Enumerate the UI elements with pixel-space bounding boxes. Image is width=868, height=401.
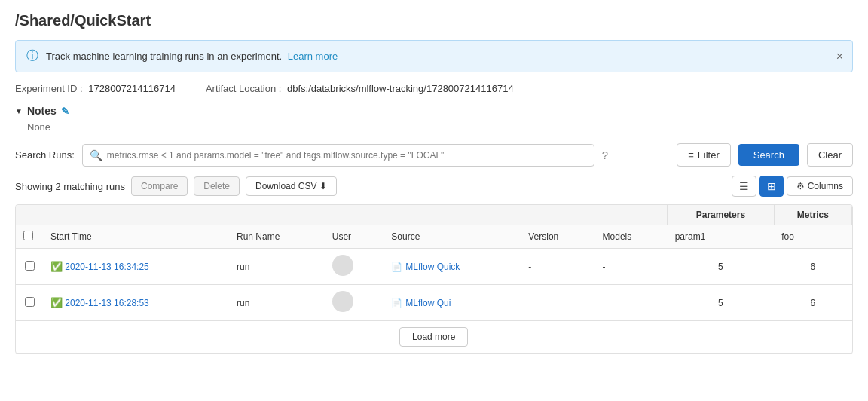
source-header[interactable]: Source	[384, 225, 521, 249]
experiment-id-group: Experiment ID : 1728007214116714	[15, 83, 176, 94]
select-all-checkbox[interactable]	[23, 231, 33, 240]
row1-foo: 6	[774, 249, 851, 285]
notes-header[interactable]: ▼ Notes ✎	[15, 105, 853, 117]
row2-avatar	[332, 291, 353, 312]
search-runs-label: Search Runs:	[15, 149, 75, 161]
row1-run-link[interactable]: 2020-11-13 16:34:25	[65, 262, 148, 272]
row2-checkbox[interactable]	[25, 297, 35, 307]
row2-source: 📄 MLflow Qui	[384, 285, 521, 321]
group-header-row: Parameters Metrics	[16, 205, 852, 225]
runs-table: Parameters Metrics Start Time Run Name U…	[16, 205, 852, 354]
param1-header[interactable]: param1	[668, 225, 775, 249]
list-view-button[interactable]: ☰	[732, 176, 756, 197]
grid-view-button[interactable]: ⊞	[760, 176, 784, 197]
models-header[interactable]: Models	[595, 225, 668, 249]
row2-param1: 5	[668, 285, 775, 321]
filter-icon: ≡	[688, 149, 694, 161]
artifact-location-value: dbfs:/databricks/mlflow-tracking/1728007…	[287, 83, 514, 94]
row2-status-icon: ✅	[50, 297, 63, 308]
clear-button[interactable]: Clear	[807, 143, 853, 167]
artifact-location-group: Artifact Location : dbfs:/databricks/mlf…	[206, 83, 514, 94]
artifact-location-label: Artifact Location :	[206, 83, 281, 94]
row2-checkbox-cell	[16, 285, 43, 321]
checkbox-header	[16, 225, 43, 249]
help-icon[interactable]: ?	[602, 148, 608, 161]
row1-run-name: run	[229, 249, 325, 285]
metrics-group-header: Metrics	[774, 205, 851, 225]
learn-more-link[interactable]: Learn more	[288, 51, 338, 62]
search-input-wrapper: 🔍	[82, 144, 594, 167]
start-time-header[interactable]: Start Time	[43, 225, 229, 249]
download-icon: ⬇	[319, 181, 327, 191]
row1-user	[325, 249, 384, 285]
columns-button[interactable]: ⚙ Columns	[787, 176, 853, 196]
user-header[interactable]: User	[325, 225, 384, 249]
notes-content: None	[27, 121, 853, 133]
metadata-row: Experiment ID : 1728007214116714 Artifac…	[15, 83, 853, 94]
row1-status-icon: ✅	[50, 261, 63, 272]
version-header[interactable]: Version	[521, 225, 594, 249]
delete-button[interactable]: Delete	[194, 176, 240, 196]
row2-source-icon: 📄	[391, 298, 402, 308]
runs-tbody: ✅ 2020-11-13 16:34:25 run 📄 MLflow Quick…	[16, 249, 852, 354]
notes-label: Notes	[27, 105, 57, 117]
filter-button[interactable]: ≡ Filter	[677, 143, 730, 167]
search-input[interactable]	[82, 144, 594, 167]
parameters-group-header: Parameters	[668, 205, 775, 225]
row1-source: 📄 MLflow Quick	[384, 249, 521, 285]
run-name-header[interactable]: Run Name	[229, 225, 325, 249]
banner-close-button[interactable]: ×	[836, 50, 843, 63]
row2-version	[521, 285, 594, 321]
experiment-id-value: 1728007214116714	[88, 83, 176, 94]
foo-header[interactable]: foo	[774, 225, 851, 249]
toggle-arrow-icon: ▼	[15, 107, 23, 115]
table-row: ✅ 2020-11-13 16:28:53 run 📄 MLflow Qui	[16, 285, 852, 321]
download-csv-button[interactable]: Download CSV ⬇	[246, 176, 337, 196]
view-controls: ☰ ⊞ ⚙ Columns	[732, 176, 853, 197]
page-title: /Shared/QuickStart	[15, 12, 853, 29]
row2-models	[595, 285, 668, 321]
row2-user	[325, 285, 384, 321]
table-row: ✅ 2020-11-13 16:34:25 run 📄 MLflow Quick…	[16, 249, 852, 285]
experiment-id-label: Experiment ID :	[15, 83, 83, 94]
load-more-cell: Load more	[16, 321, 852, 354]
row2-start-time: ✅ 2020-11-13 16:28:53	[43, 285, 229, 321]
row1-start-time: ✅ 2020-11-13 16:34:25	[43, 249, 229, 285]
compare-button[interactable]: Compare	[131, 176, 188, 196]
main-group-header	[16, 205, 668, 225]
row2-foo: 6	[774, 285, 851, 321]
row2-run-name: run	[229, 285, 325, 321]
search-icon: 🔍	[90, 149, 102, 161]
row1-models: -	[595, 249, 668, 285]
search-runs-row: Search Runs: 🔍 ? ≡ Filter Search Clear	[15, 143, 853, 167]
row1-source-icon: 📄	[391, 262, 402, 272]
row1-avatar	[332, 255, 353, 276]
results-label: Showing 2 matching runs	[15, 181, 125, 192]
row2-source-link[interactable]: 📄 MLflow Qui	[391, 298, 513, 308]
search-button[interactable]: Search	[738, 144, 799, 166]
notes-section: ▼ Notes ✎ None	[15, 105, 853, 133]
row1-checkbox-cell	[16, 249, 43, 285]
row2-run-link[interactable]: 2020-11-13 16:28:53	[65, 298, 148, 308]
load-more-button[interactable]: Load more	[399, 327, 468, 347]
results-row: Showing 2 matching runs Compare Delete D…	[15, 176, 853, 197]
edit-icon[interactable]: ✎	[61, 106, 69, 117]
column-header-row: Start Time Run Name User Source Version …	[16, 225, 852, 249]
info-banner: ⓘ Track machine learning training runs i…	[15, 40, 853, 72]
row1-checkbox[interactable]	[25, 261, 35, 271]
columns-icon: ⚙	[796, 181, 805, 191]
banner-text: Track machine learning training runs in …	[46, 51, 338, 62]
row1-param1: 5	[668, 249, 775, 285]
row1-source-link[interactable]: 📄 MLflow Quick	[391, 262, 513, 272]
row1-version: -	[521, 249, 594, 285]
info-icon: ⓘ	[26, 48, 38, 64]
load-more-row: Load more	[16, 321, 852, 354]
runs-table-container: Parameters Metrics Start Time Run Name U…	[15, 204, 853, 354]
main-page: /Shared/QuickStart ⓘ Track machine learn…	[0, 0, 868, 366]
